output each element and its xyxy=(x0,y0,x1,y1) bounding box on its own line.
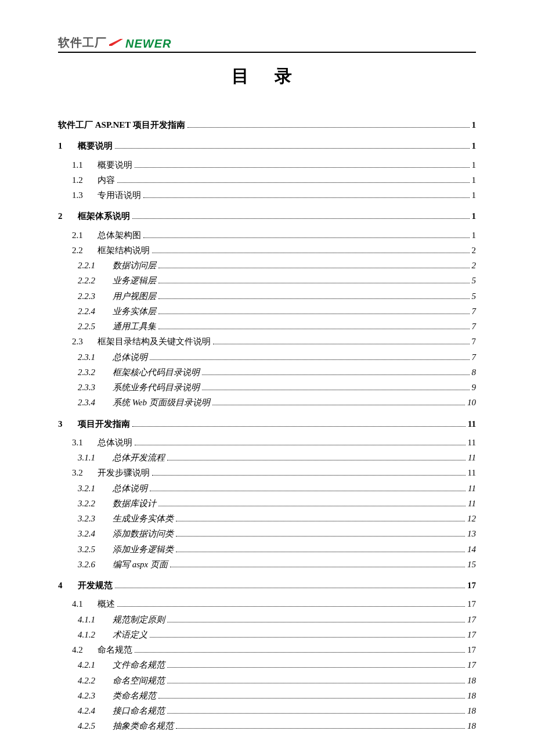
toc-entry-number: 3.1.1 xyxy=(78,450,101,465)
toc-entry: 3.1.1总体开发流程11 xyxy=(78,450,476,465)
toc-entry-number: 2 xyxy=(58,208,66,224)
toc-entry-number: 2.2.3 xyxy=(78,289,101,304)
toc-entry-number: 2.2.2 xyxy=(78,273,101,288)
toc-entry-number: 2.3.1 xyxy=(78,350,101,365)
toc-entry-page: 11 xyxy=(468,496,476,511)
toc-entry-number: 2.3.3 xyxy=(78,380,101,395)
toc-entry-number: 3.2.6 xyxy=(78,557,101,572)
toc-entry-number: 2.1 xyxy=(72,228,89,243)
toc-leader-dots xyxy=(117,606,465,607)
toc-leader-dots xyxy=(150,637,465,638)
toc-entry-number: 1 xyxy=(58,138,66,153)
toc-entry-label: 命名空间规范 xyxy=(113,673,165,688)
toc-entry: 1.2内容1 xyxy=(72,172,476,188)
toc-entry-page: 1 xyxy=(472,117,477,132)
toc-entry-label: 文件命名规范 xyxy=(113,657,165,672)
toc-entry-label: 系统业务代码目录说明 xyxy=(113,380,200,395)
toc-entry-page: 1 xyxy=(472,208,477,224)
toc-entry-page: 11 xyxy=(468,450,476,465)
toc-entry-label: 数据库设计 xyxy=(113,496,156,511)
toc-entry: 2框架体系说明1 xyxy=(58,208,476,224)
toc-entry: 4.1概述17 xyxy=(72,596,476,611)
logo-text-cn: 软件工厂 xyxy=(58,35,107,51)
toc-leader-dots xyxy=(152,253,470,253)
toc-leader-dots xyxy=(213,344,470,344)
toc-entry-number: 1.3 xyxy=(72,188,89,203)
toc-entry-page: 2 xyxy=(472,258,477,273)
document-page: 软件工厂 NEWER 目 录 软件工厂 ASP.NET 项目开发指南11概要说明… xyxy=(0,0,534,756)
toc-entry-page: 5 xyxy=(472,273,477,288)
toc-entry-number: 4.2.1 xyxy=(78,657,101,672)
toc-leader-dots xyxy=(132,218,470,219)
toc-entry-page: 14 xyxy=(467,542,476,557)
toc-entry: 4.2.1文件命名规范17 xyxy=(78,657,476,672)
toc-entry-page: 1 xyxy=(472,138,477,153)
toc-entry: 3.2.2数据库设计11 xyxy=(78,496,476,511)
toc-entry-label: 业务逻辑层 xyxy=(113,273,156,288)
swoosh-icon xyxy=(109,38,123,48)
toc-leader-dots xyxy=(170,567,465,567)
toc-entry: 2.2.4业务实体层7 xyxy=(78,304,476,319)
toc-entry-page: 17 xyxy=(467,627,476,642)
toc-entry-page: 5 xyxy=(472,289,477,304)
toc-entry-number: 4.1.2 xyxy=(78,627,101,642)
toc-entry-number: 1.1 xyxy=(72,157,89,172)
toc-title: 目 录 xyxy=(58,64,476,88)
toc-entry-label: 开发步骤说明 xyxy=(98,465,150,480)
toc-entry-label: 规范制定原则 xyxy=(113,612,165,627)
toc-entry-number: 4.2.2 xyxy=(78,673,101,688)
toc-entry: 2.3.4系统 Web 页面级目录说明10 xyxy=(78,395,476,410)
toc-leader-dots xyxy=(158,329,470,329)
toc-entry: 1概要说明1 xyxy=(58,138,476,153)
toc-entry-label: 专用语说明 xyxy=(98,188,141,203)
toc-entry-label: 框架结构说明 xyxy=(98,243,150,258)
toc-entry: 2.3框架目录结构及关键文件说明7 xyxy=(72,334,476,349)
toc-leader-dots xyxy=(167,622,465,622)
toc-entry-page: 10 xyxy=(467,395,476,410)
toc-leader-dots xyxy=(176,536,465,537)
toc-entry-number: 3 xyxy=(58,416,66,431)
toc-entry-page: 1 xyxy=(472,157,477,172)
toc-leader-dots xyxy=(152,475,466,476)
toc-entry-page: 2 xyxy=(472,243,477,258)
toc-entry-label: 总体架构图 xyxy=(98,228,141,243)
toc-entry: 2.3.2框架核心代码目录说明8 xyxy=(78,365,476,380)
toc-entry-page: 7 xyxy=(472,319,477,334)
toc-entry-page: 12 xyxy=(467,511,476,526)
toc-entry-label: 框架体系说明 xyxy=(78,208,130,224)
toc-leader-dots xyxy=(158,268,470,268)
toc-entry-label: 业务实体层 xyxy=(113,304,156,319)
toc-entry-page: 17 xyxy=(467,578,476,593)
toc-entry-page: 18 xyxy=(467,688,476,703)
toc-leader-dots xyxy=(115,148,470,149)
toc-entry: 4.2.5抽象类命名规范18 xyxy=(78,718,476,733)
toc-entry-number: 3.2.4 xyxy=(78,526,101,541)
toc-entry-page: 1 xyxy=(472,188,477,203)
toc-leader-dots xyxy=(202,375,470,375)
toc-entry-label: 概要说明 xyxy=(78,138,113,153)
logo-text-en: NEWER xyxy=(125,37,171,51)
toc-leader-dots xyxy=(132,426,466,427)
toc-entry-number: 3.2.5 xyxy=(78,542,101,557)
toc-entry: 3.2.3生成业务实体类12 xyxy=(78,511,476,526)
toc-entry-label: 概要说明 xyxy=(98,157,132,172)
toc-entry-label: 术语定义 xyxy=(113,627,147,642)
toc-entry-number: 4.1.1 xyxy=(78,612,101,627)
toc-entry-number: 4.2.4 xyxy=(78,703,101,718)
toc-entry-label: 开发规范 xyxy=(78,578,113,593)
toc-entry-label: 总体说明 xyxy=(113,481,147,496)
toc-entry-label: 添加业务逻辑类 xyxy=(113,542,174,557)
toc-entry-number: 3.2.3 xyxy=(78,511,101,526)
toc-leader-dots xyxy=(135,445,466,445)
toc-entry-label: 内容 xyxy=(98,172,115,188)
toc-leader-dots xyxy=(167,460,466,460)
toc-entry-number: 2.2.5 xyxy=(78,319,101,334)
toc-leader-dots xyxy=(176,552,465,552)
toc-entry-number: 3.2.1 xyxy=(78,481,101,496)
toc-entry: 4开发规范17 xyxy=(58,578,476,593)
toc-entry-label: 生成业务实体类 xyxy=(113,511,174,526)
toc-entry-label: 命名规范 xyxy=(98,642,132,657)
toc-leader-dots xyxy=(115,588,465,588)
toc-entry-page: 7 xyxy=(472,334,477,349)
toc-leader-dots xyxy=(143,197,470,198)
